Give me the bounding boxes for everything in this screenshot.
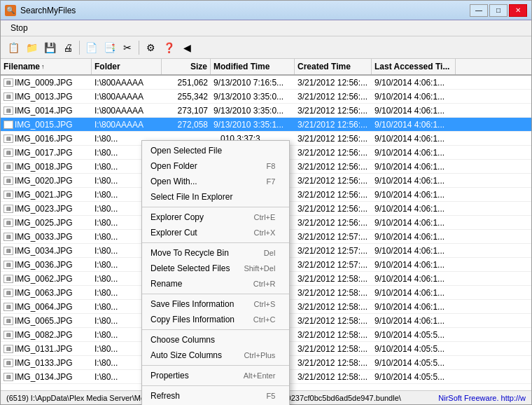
cell-created: 3/21/2012 12:57:... <box>295 230 372 243</box>
cell-size: 255,342 <box>162 90 211 103</box>
tool-open-folder[interactable]: 📁 <box>23 39 40 56</box>
cell-created: 3/21/2012 12:58:... <box>295 356 372 369</box>
file-icon: ▤ <box>4 205 13 213</box>
title-bar: 🔍 SearchMyFiles — □ ✕ <box>1 1 531 20</box>
cell-accessed: 9/10/2014 4:05:5... <box>372 342 456 355</box>
context-menu-item[interactable]: Open With...F7 <box>142 174 289 189</box>
minimize-button[interactable]: — <box>470 4 488 17</box>
context-menu-separator <box>142 207 289 207</box>
window-controls: — □ ✕ <box>470 4 527 17</box>
context-menu-item[interactable]: RenameCtrl+R <box>142 276 289 291</box>
file-icon: ▤ <box>4 191 13 199</box>
tool-paste[interactable]: 📑 <box>101 39 118 56</box>
context-menu-item[interactable]: Explorer CopyCtrl+E <box>142 210 289 225</box>
cell-accessed: 9/10/2014 4:06:1... <box>372 202 456 215</box>
table-row[interactable]: ▤IMG_0015.JPGI:\800AAAAA272,0589/13/2010… <box>1 118 531 132</box>
cell-accessed: 9/10/2014 4:06:1... <box>372 118 456 131</box>
menu-stop[interactable]: Stop <box>6 22 32 34</box>
cell-size: 273,107 <box>162 104 211 117</box>
cell-filename: ▤IMG_0065.JPG <box>1 314 92 327</box>
context-menu-item[interactable]: PropertiesAlt+Enter <box>142 368 289 383</box>
context-menu-shortcut: Del <box>264 249 276 257</box>
cell-created: 3/21/2012 12:56:... <box>295 146 372 159</box>
table-row[interactable]: ▤IMG_0009.JPGI:\800AAAAA251,0629/13/2010… <box>1 76 531 90</box>
toolbar: 📋 📁 💾 🖨 📄 📑 ✂ ⚙ ❓ ◀ <box>1 36 531 59</box>
cell-created: 3/21/2012 12:58:... <box>295 342 372 355</box>
context-menu-item[interactable]: Copy Files InformationCtrl+C <box>142 312 289 327</box>
col-header-filename[interactable]: Filename ↑ <box>1 59 92 74</box>
cell-accessed: 9/10/2014 4:06:1... <box>372 90 456 103</box>
context-menu-shortcut: Ctrl+R <box>253 280 275 288</box>
context-menu-item[interactable]: Open Selected File <box>142 143 289 158</box>
context-menu-item[interactable]: Select File In Explorer <box>142 189 289 205</box>
cell-accessed: 9/10/2014 4:05:5... <box>372 370 456 383</box>
filename-text: IMG_0036.JPG <box>15 260 73 270</box>
context-menu-item[interactable]: Delete Selected FilesShift+Del <box>142 261 289 276</box>
tool-help[interactable]: ❓ <box>160 39 177 56</box>
table-row[interactable]: ▤IMG_0013.JPGI:\800AAAAA255,3429/13/2010… <box>1 90 531 104</box>
filename-text: IMG_0134.JPG <box>15 372 73 382</box>
filename-text: IMG_0033.JPG <box>15 232 73 242</box>
context-menu-item-label: Open With... <box>150 177 197 186</box>
tool-copy[interactable]: 📄 <box>83 39 99 56</box>
file-icon: ▤ <box>4 331 13 339</box>
file-icon: ▤ <box>4 107 13 115</box>
cell-accessed: 9/10/2014 4:06:1... <box>372 244 456 257</box>
cell-created: 3/21/2012 12:58:... <box>295 272 372 285</box>
tool-settings[interactable]: ⚙ <box>142 39 159 56</box>
file-icon: ▤ <box>4 219 13 227</box>
tool-cut[interactable]: ✂ <box>119 39 136 56</box>
col-header-accessed[interactable]: Last Accessed Ti... <box>372 59 456 74</box>
filename-text: IMG_0021.JPG <box>15 190 73 200</box>
context-menu-shortcut: Alt+Enter <box>244 371 276 380</box>
context-menu-item[interactable]: Choose Columns <box>142 332 289 348</box>
context-menu-shortcut: Ctrl+Plus <box>244 351 275 359</box>
tool-back[interactable]: ◀ <box>178 39 195 56</box>
filename-text: IMG_0017.JPG <box>15 148 73 158</box>
col-header-folder[interactable]: Folder <box>92 59 162 74</box>
context-menu-item-label: Explorer Cut <box>150 228 197 238</box>
context-menu-item-label: Rename <box>150 279 182 289</box>
menu-bar: Stop <box>1 20 531 36</box>
context-menu-item-label: Move To Recycle Bin <box>150 248 229 258</box>
filename-text: IMG_0018.JPG <box>15 162 73 172</box>
nirsoft-link[interactable]: NirSoft Freeware. http://w <box>438 394 526 402</box>
filename-text: IMG_0034.JPG <box>15 246 73 256</box>
cell-accessed: 9/10/2014 4:05:5... <box>372 356 456 369</box>
cell-accessed: 9/10/2014 4:06:1... <box>372 272 456 285</box>
context-menu-item[interactable]: Open FolderF8 <box>142 158 289 174</box>
context-menu-item[interactable]: Auto Size ColumnsCtrl+Plus <box>142 348 289 363</box>
col-header-created[interactable]: Created Time <box>295 59 372 74</box>
file-icon: ▤ <box>4 261 13 269</box>
context-menu-item[interactable]: Save Files InformationCtrl+S <box>142 296 289 312</box>
context-menu-item[interactable]: Explorer CutCtrl+X <box>142 225 289 240</box>
context-menu-separator <box>142 242 289 243</box>
file-icon: ▤ <box>4 233 13 241</box>
close-button[interactable]: ✕ <box>509 4 527 17</box>
context-menu-item-label: Explorer Copy <box>150 212 204 222</box>
tool-new[interactable]: 📋 <box>5 39 22 56</box>
context-menu-item[interactable]: Move To Recycle BinDel <box>142 245 289 261</box>
context-menu-item-label: Save Files Information <box>150 299 234 309</box>
cell-accessed: 9/10/2014 4:06:1... <box>372 76 456 89</box>
cell-filename: ▤IMG_0033.JPG <box>1 230 92 243</box>
file-icon: ▤ <box>4 163 13 171</box>
col-header-size[interactable]: Size <box>162 59 211 74</box>
col-header-modified[interactable]: Modified Time <box>211 59 295 74</box>
cell-filename: ▤IMG_0017.JPG <box>1 146 92 159</box>
context-menu-item-label: Copy Files Information <box>150 315 234 324</box>
cell-size: 251,062 <box>162 76 211 89</box>
context-menu-item-label: Refresh <box>150 391 180 401</box>
context-menu: Open Selected FileOpen FolderF8Open With… <box>141 140 290 405</box>
filename-text: IMG_0133.JPG <box>15 358 73 368</box>
table-row[interactable]: ▤IMG_0014.JPGI:\800AAAAA273,1079/13/2010… <box>1 104 531 118</box>
context-menu-shortcut: F7 <box>267 177 276 186</box>
context-menu-item[interactable]: RefreshF5 <box>142 388 289 404</box>
tool-save[interactable]: 💾 <box>41 39 58 56</box>
cell-created: 3/21/2012 12:56:... <box>295 118 372 131</box>
file-icon: ▤ <box>4 121 13 129</box>
toolbar-separator-2 <box>139 41 139 55</box>
tool-print[interactable]: 🖨 <box>59 39 76 56</box>
maximize-button[interactable]: □ <box>489 4 507 17</box>
cell-accessed: 9/10/2014 4:05:5... <box>372 328 456 341</box>
